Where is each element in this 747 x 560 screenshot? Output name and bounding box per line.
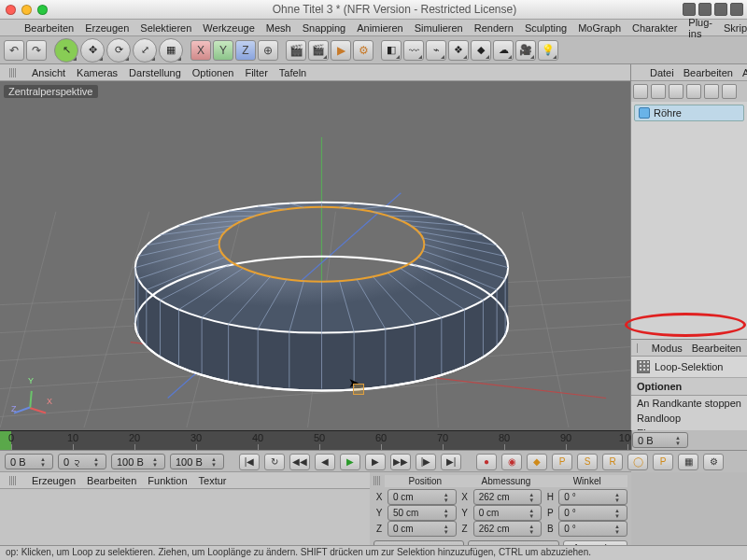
viewmenu-optionen[interactable]: Optionen: [192, 67, 234, 78]
ang-p-field[interactable]: 0 °▲▼: [558, 505, 627, 521]
move-tool-button[interactable]: ✥: [80, 38, 105, 63]
next-frame-button[interactable]: ▶▶: [390, 454, 411, 470]
material-manager[interactable]: [0, 489, 370, 545]
obj-tool-1[interactable]: [633, 84, 648, 99]
close-window-button[interactable]: [6, 5, 16, 15]
axis-x-toggle[interactable]: X: [190, 40, 211, 61]
add-spline-button[interactable]: 〰: [403, 40, 424, 61]
key-pos-button[interactable]: P: [552, 454, 572, 470]
step-back-button[interactable]: ◀: [315, 454, 335, 470]
viewport-nav-4[interactable]: [730, 3, 743, 16]
tube-object[interactable]: [0, 81, 630, 427]
timeline-opt-button[interactable]: ▦: [678, 454, 698, 470]
menu-mograph[interactable]: MoGraph: [578, 22, 621, 34]
key-param-button[interactable]: ◯: [627, 454, 648, 470]
pos-y-field[interactable]: 50 cm▲▼: [388, 505, 457, 521]
obj-tool-3[interactable]: [669, 84, 684, 99]
add-light-button[interactable]: 💡: [538, 40, 558, 61]
obj-tool-2[interactable]: [651, 84, 666, 99]
menu-bearbeiten[interactable]: Bearbeiten: [24, 22, 74, 34]
size-y-field[interactable]: 0 cm▲▼: [473, 505, 543, 521]
project-end-field[interactable]: 100 B▲▼: [170, 454, 224, 469]
key-rot-button[interactable]: R: [602, 454, 623, 470]
coord-system-button[interactable]: ⊕: [258, 40, 278, 61]
matmenu-textur[interactable]: Textur: [199, 475, 227, 486]
objmenu-ansicht[interactable]: A: [742, 67, 747, 78]
matmenu-erzeugen[interactable]: Erzeugen: [32, 475, 76, 486]
viewport-nav-2[interactable]: [698, 3, 712, 16]
viewmenu-kameras[interactable]: Kameras: [77, 67, 118, 78]
menu-rendern[interactable]: Rendern: [474, 22, 514, 34]
redo-button[interactable]: ↷: [26, 40, 47, 61]
timeline-ruler[interactable]: 0102030405060708090100: [0, 430, 631, 450]
timeline-settings-button[interactable]: ⚙: [703, 454, 724, 470]
add-camera-button[interactable]: 🎥: [515, 40, 536, 61]
range-end-field[interactable]: 100 B▲▼: [111, 454, 165, 469]
rotate-tool-button[interactable]: ⟳: [106, 38, 131, 63]
menu-werkzeuge[interactable]: Werkzeuge: [203, 22, 254, 34]
menu-animieren[interactable]: Animieren: [357, 22, 403, 34]
add-nurbs-button[interactable]: ⌁: [426, 40, 446, 61]
menu-simulieren[interactable]: Simulieren: [415, 22, 463, 34]
viewmenu-darstellung[interactable]: Darstellung: [129, 67, 181, 78]
lasso-tool-button[interactable]: ▦: [159, 38, 183, 63]
current-frame-field[interactable]: 0 ၃▲▼: [58, 454, 106, 469]
obj-tool-4[interactable]: [686, 84, 701, 99]
step-fwd-button[interactable]: ▶: [365, 454, 386, 470]
render-region-button[interactable]: 🎬: [308, 40, 329, 61]
add-generator-button[interactable]: ❖: [448, 40, 469, 61]
scale-tool-button[interactable]: ⤢: [133, 38, 157, 63]
matmenu-funktion[interactable]: Funktion: [148, 475, 187, 486]
live-select-button[interactable]: ↖: [54, 38, 78, 63]
menu-selektieren[interactable]: Selektieren: [140, 22, 191, 34]
viewmenu-tafeln[interactable]: Tafeln: [279, 67, 306, 78]
undo-button[interactable]: ↶: [4, 40, 24, 61]
axis-y-toggle[interactable]: Y: [213, 40, 233, 61]
render-settings-button[interactable]: ⚙: [353, 40, 374, 61]
minimize-window-button[interactable]: [21, 5, 32, 15]
objmenu-datei[interactable]: Datei: [650, 67, 674, 78]
viewmenu-ansicht[interactable]: Ansicht: [32, 67, 65, 78]
viewport-3d[interactable]: Zentralperspektive: [0, 81, 630, 430]
key-scale-button[interactable]: S: [577, 454, 598, 470]
size-z-field[interactable]: 262 cm▲▼: [473, 521, 543, 537]
timeline-end-field[interactable]: 0 B▲▼: [632, 432, 688, 448]
obj-tool-6[interactable]: [722, 84, 737, 99]
add-deformer-button[interactable]: ◆: [471, 40, 491, 61]
prev-frame-button[interactable]: ◀◀: [289, 454, 310, 470]
menu-charakter[interactable]: Charakter: [632, 22, 677, 34]
viewmenu-filter[interactable]: Filter: [245, 67, 267, 78]
obj-tool-5[interactable]: [704, 84, 719, 99]
prev-key-button[interactable]: ↻: [264, 454, 285, 470]
play-button[interactable]: ▶: [340, 454, 360, 470]
keyframe-sel-button[interactable]: ◆: [527, 454, 547, 470]
attr-tab-bearbeiten[interactable]: Bearbeiten: [692, 343, 741, 354]
goto-start-button[interactable]: |◀: [239, 454, 260, 470]
menu-skript[interactable]: Skript: [724, 22, 747, 34]
record-button[interactable]: ●: [476, 454, 497, 470]
pos-z-field[interactable]: 0 cm▲▼: [388, 521, 457, 537]
ang-b-field[interactable]: 0 °▲▼: [558, 521, 627, 537]
attr-tab-modus[interactable]: Modus: [652, 343, 683, 354]
render-pv-button[interactable]: ▶: [331, 40, 351, 61]
render-view-button[interactable]: 🎬: [286, 40, 306, 61]
menu-plugins[interactable]: Plug-ins: [688, 17, 712, 39]
object-row-roehre[interactable]: Röhre: [634, 105, 744, 121]
menu-erzeugen[interactable]: Erzeugen: [85, 22, 129, 34]
range-start-field[interactable]: 0 B▲▼: [5, 454, 53, 469]
axis-z-toggle[interactable]: Z: [235, 40, 256, 61]
viewport-nav-3[interactable]: [714, 3, 727, 16]
pos-x-field[interactable]: 0 cm▲▼: [388, 489, 457, 505]
add-environment-button[interactable]: ☁: [493, 40, 514, 61]
ang-h-field[interactable]: 0 °▲▼: [558, 489, 627, 505]
objmenu-bearbeiten[interactable]: Bearbeiten: [684, 67, 733, 78]
menu-snapping[interactable]: Snapping: [303, 22, 346, 34]
goto-end-button[interactable]: ▶|: [441, 454, 461, 470]
menu-sculpting[interactable]: Sculpting: [525, 22, 567, 34]
add-primitive-button[interactable]: ◧: [381, 40, 402, 61]
autokey-button[interactable]: ◉: [501, 454, 522, 470]
key-pla-button[interactable]: P: [653, 454, 673, 470]
viewport-nav-1[interactable]: [683, 3, 696, 16]
menu-mesh[interactable]: Mesh: [266, 22, 291, 34]
next-key-button[interactable]: |▶: [416, 454, 436, 470]
